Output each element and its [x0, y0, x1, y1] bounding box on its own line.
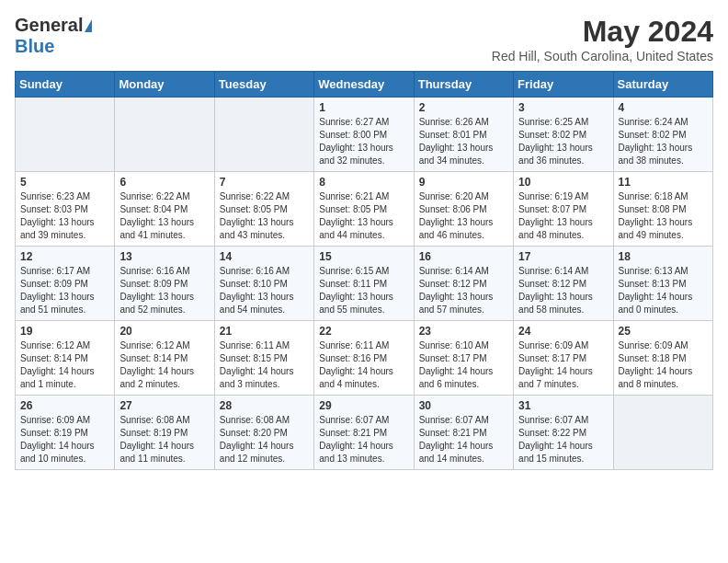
title-block: May 2024 Red Hill, South Carolina, Unite…: [492, 15, 713, 63]
header-saturday: Saturday: [613, 72, 712, 98]
day-number: 5: [20, 176, 109, 189]
day-info: Sunrise: 6:17 AM Sunset: 8:09 PM Dayligh…: [20, 265, 109, 316]
day-info: Sunrise: 6:22 AM Sunset: 8:05 PM Dayligh…: [220, 190, 309, 242]
day-info: Sunrise: 6:22 AM Sunset: 8:04 PM Dayligh…: [119, 190, 209, 242]
day-number: 24: [518, 325, 608, 338]
calendar-cell: [16, 98, 115, 172]
calendar-cell: 19Sunrise: 6:12 AM Sunset: 8:14 PM Dayli…: [16, 321, 115, 396]
day-info: Sunrise: 6:12 AM Sunset: 8:14 PM Dayligh…: [20, 339, 109, 391]
day-info: Sunrise: 6:15 AM Sunset: 8:11 PM Dayligh…: [319, 265, 408, 316]
day-number: 27: [119, 399, 209, 412]
day-number: 15: [319, 250, 408, 263]
calendar-cell: 21Sunrise: 6:11 AM Sunset: 8:15 PM Dayli…: [214, 321, 313, 396]
header-friday: Friday: [514, 72, 613, 98]
day-number: 10: [518, 176, 608, 189]
calendar-cell: 27Sunrise: 6:08 AM Sunset: 8:19 PM Dayli…: [115, 396, 214, 470]
calendar-week-row: 19Sunrise: 6:12 AM Sunset: 8:14 PM Dayli…: [16, 321, 713, 396]
day-info: Sunrise: 6:20 AM Sunset: 8:06 PM Dayligh…: [419, 190, 508, 242]
day-number: 11: [619, 176, 708, 189]
day-info: Sunrise: 6:07 AM Sunset: 8:21 PM Dayligh…: [319, 414, 408, 465]
day-info: Sunrise: 6:12 AM Sunset: 8:14 PM Dayligh…: [119, 339, 209, 391]
calendar-table: SundayMondayTuesdayWednesdayThursdayFrid…: [15, 71, 713, 470]
day-info: Sunrise: 6:11 AM Sunset: 8:16 PM Dayligh…: [319, 339, 408, 391]
day-number: 1: [319, 101, 408, 114]
day-info: Sunrise: 6:09 AM Sunset: 8:18 PM Dayligh…: [619, 339, 708, 391]
calendar-week-row: 12Sunrise: 6:17 AM Sunset: 8:09 PM Dayli…: [16, 247, 713, 321]
calendar-cell: 16Sunrise: 6:14 AM Sunset: 8:12 PM Dayli…: [414, 247, 513, 321]
day-info: Sunrise: 6:09 AM Sunset: 8:19 PM Dayligh…: [20, 414, 109, 465]
header-monday: Monday: [115, 72, 214, 98]
calendar-cell: 20Sunrise: 6:12 AM Sunset: 8:14 PM Dayli…: [115, 321, 214, 396]
calendar-cell: 14Sunrise: 6:16 AM Sunset: 8:10 PM Dayli…: [214, 247, 313, 321]
month-title: May 2024: [492, 15, 713, 49]
day-info: Sunrise: 6:23 AM Sunset: 8:03 PM Dayligh…: [20, 190, 109, 242]
day-info: Sunrise: 6:25 AM Sunset: 8:02 PM Dayligh…: [518, 116, 608, 167]
calendar-cell: 4Sunrise: 6:24 AM Sunset: 8:02 PM Daylig…: [613, 98, 712, 172]
logo-blue: Blue: [15, 36, 54, 57]
calendar-cell: 3Sunrise: 6:25 AM Sunset: 8:02 PM Daylig…: [514, 98, 613, 172]
day-number: 18: [619, 250, 708, 263]
calendar-week-row: 5Sunrise: 6:23 AM Sunset: 8:03 PM Daylig…: [16, 172, 713, 247]
day-info: Sunrise: 6:08 AM Sunset: 8:20 PM Dayligh…: [220, 414, 309, 465]
calendar-cell: 28Sunrise: 6:08 AM Sunset: 8:20 PM Dayli…: [214, 396, 313, 470]
day-number: 23: [419, 325, 508, 338]
calendar-cell: 11Sunrise: 6:18 AM Sunset: 8:08 PM Dayli…: [613, 172, 712, 247]
calendar-cell: [115, 98, 214, 172]
calendar-week-row: 26Sunrise: 6:09 AM Sunset: 8:19 PM Dayli…: [16, 396, 713, 470]
calendar-cell: 8Sunrise: 6:21 AM Sunset: 8:05 PM Daylig…: [314, 172, 414, 247]
logo: General Blue: [15, 15, 92, 57]
calendar-cell: 6Sunrise: 6:22 AM Sunset: 8:04 PM Daylig…: [115, 172, 214, 247]
header-wednesday: Wednesday: [314, 72, 414, 98]
calendar-cell: 18Sunrise: 6:13 AM Sunset: 8:13 PM Dayli…: [613, 247, 712, 321]
calendar-week-row: 1Sunrise: 6:27 AM Sunset: 8:00 PM Daylig…: [16, 98, 713, 172]
day-number: 14: [220, 250, 309, 263]
header-thursday: Thursday: [414, 72, 513, 98]
day-info: Sunrise: 6:16 AM Sunset: 8:10 PM Dayligh…: [220, 265, 309, 316]
calendar-cell: 1Sunrise: 6:27 AM Sunset: 8:00 PM Daylig…: [314, 98, 414, 172]
day-number: 6: [119, 176, 209, 189]
day-info: Sunrise: 6:11 AM Sunset: 8:15 PM Dayligh…: [220, 339, 309, 391]
calendar-cell: 23Sunrise: 6:10 AM Sunset: 8:17 PM Dayli…: [414, 321, 513, 396]
day-number: 7: [220, 176, 309, 189]
calendar-cell: 2Sunrise: 6:26 AM Sunset: 8:01 PM Daylig…: [414, 98, 513, 172]
day-info: Sunrise: 6:26 AM Sunset: 8:01 PM Dayligh…: [419, 116, 508, 167]
calendar-cell: 12Sunrise: 6:17 AM Sunset: 8:09 PM Dayli…: [16, 247, 115, 321]
location: Red Hill, South Carolina, United States: [492, 49, 713, 63]
day-info: Sunrise: 6:14 AM Sunset: 8:12 PM Dayligh…: [419, 265, 508, 316]
day-info: Sunrise: 6:18 AM Sunset: 8:08 PM Dayligh…: [619, 190, 708, 242]
day-info: Sunrise: 6:19 AM Sunset: 8:07 PM Dayligh…: [518, 190, 608, 242]
day-info: Sunrise: 6:24 AM Sunset: 8:02 PM Dayligh…: [619, 116, 708, 167]
calendar-cell: 22Sunrise: 6:11 AM Sunset: 8:16 PM Dayli…: [314, 321, 414, 396]
logo-text: General: [15, 15, 92, 36]
calendar-cell: [214, 98, 313, 172]
day-number: 30: [419, 399, 508, 412]
day-number: 17: [518, 250, 608, 263]
calendar-header-row: SundayMondayTuesdayWednesdayThursdayFrid…: [16, 72, 713, 98]
calendar-cell: 26Sunrise: 6:09 AM Sunset: 8:19 PM Dayli…: [16, 396, 115, 470]
calendar-cell: 25Sunrise: 6:09 AM Sunset: 8:18 PM Dayli…: [613, 321, 712, 396]
calendar-cell: 24Sunrise: 6:09 AM Sunset: 8:17 PM Dayli…: [514, 321, 613, 396]
day-number: 16: [419, 250, 508, 263]
logo-general: General: [15, 15, 83, 35]
day-number: 4: [619, 101, 708, 114]
day-info: Sunrise: 6:10 AM Sunset: 8:17 PM Dayligh…: [419, 339, 508, 391]
calendar-cell: 9Sunrise: 6:20 AM Sunset: 8:06 PM Daylig…: [414, 172, 513, 247]
calendar-cell: 30Sunrise: 6:07 AM Sunset: 8:21 PM Dayli…: [414, 396, 513, 470]
day-number: 25: [619, 325, 708, 338]
header-sunday: Sunday: [16, 72, 115, 98]
day-info: Sunrise: 6:27 AM Sunset: 8:00 PM Dayligh…: [319, 116, 408, 167]
day-number: 22: [319, 325, 408, 338]
day-number: 12: [20, 250, 109, 263]
day-number: 3: [518, 101, 608, 114]
day-number: 26: [20, 399, 109, 412]
day-info: Sunrise: 6:16 AM Sunset: 8:09 PM Dayligh…: [119, 265, 209, 316]
calendar-cell: 7Sunrise: 6:22 AM Sunset: 8:05 PM Daylig…: [214, 172, 313, 247]
calendar-cell: 15Sunrise: 6:15 AM Sunset: 8:11 PM Dayli…: [314, 247, 414, 321]
day-info: Sunrise: 6:08 AM Sunset: 8:19 PM Dayligh…: [119, 414, 209, 465]
day-info: Sunrise: 6:09 AM Sunset: 8:17 PM Dayligh…: [518, 339, 608, 391]
day-number: 31: [518, 399, 608, 412]
day-number: 20: [119, 325, 209, 338]
day-info: Sunrise: 6:07 AM Sunset: 8:21 PM Dayligh…: [419, 414, 508, 465]
day-info: Sunrise: 6:21 AM Sunset: 8:05 PM Dayligh…: [319, 190, 408, 242]
calendar-cell: 17Sunrise: 6:14 AM Sunset: 8:12 PM Dayli…: [514, 247, 613, 321]
